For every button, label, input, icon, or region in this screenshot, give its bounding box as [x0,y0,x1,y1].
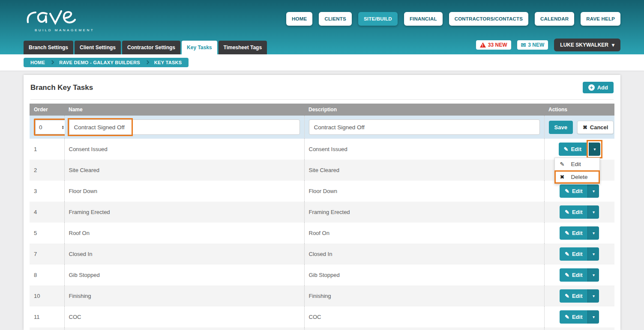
description-cell: Finishing [304,285,544,306]
key-tasks-card: Branch Key Tasks + Add Order Name Descri… [24,75,620,330]
edit-button-group: ✎Edit▾ [560,184,599,198]
actions-cell: ✎Edit▾ [544,265,614,285]
edit-button-group: ✎Edit▾ [559,143,600,156]
settings-tabs: Branch SettingsClient SettingsContractor… [24,41,267,54]
name-cell: Consent Issued [64,139,304,160]
edit-dropdown-toggle[interactable]: ▾ [587,268,599,282]
column-header-order: Order [30,104,64,116]
inline-edit-row: 0 ▲▼ Save [30,116,614,139]
empty-cell [30,327,64,330]
rave-logo-icon [24,6,87,26]
description-input[interactable] [309,119,540,135]
divider [30,99,614,100]
cancel-button[interactable]: ✖Cancel [577,121,614,134]
description-cell: Closed In [304,244,544,265]
menu-item-delete[interactable]: ✖Delete [554,170,600,184]
name-input[interactable] [69,119,300,135]
messages-badge[interactable]: ✉ 3 NEW [517,40,548,50]
tab-timesheet-tags[interactable]: Timesheet Tags [219,41,267,54]
actions-cell: ✎Edit▾ [544,202,614,223]
name-cell: Site Cleared [64,160,304,181]
empty-cell [544,327,614,330]
table-row: 8Gib StoppedGib Stopped✎Edit▾ [30,265,614,285]
edit-dropdown-toggle[interactable]: ▾ [587,247,599,261]
edit-actions-cell: Save ✖Cancel [544,116,614,139]
save-button[interactable]: Save [549,121,573,134]
edit-button[interactable]: ✎Edit [560,247,587,261]
nav-button-rave-help[interactable]: RAVE HELP [581,12,620,26]
card-header: Branch Key Tasks + Add [30,82,614,99]
tab-key-tasks[interactable]: Key Tasks [182,41,217,54]
breadcrumb-item[interactable]: HOME [30,60,45,65]
edit-button[interactable]: ✎Edit [560,184,587,198]
actions-cell: ✎Edit▾ [544,244,614,265]
order-cell: 1 [30,139,64,160]
pencil-icon: ✎ [565,293,569,299]
pencil-icon: ✎ [565,188,569,194]
chevron-right-icon [145,60,149,65]
edit-button[interactable]: ✎Edit [560,226,587,240]
toggle-annotation-highlight: ▾ [587,140,602,158]
edit-dropdown-toggle[interactable]: ▾ [587,226,599,240]
tab-client-settings[interactable]: Client Settings [75,41,121,54]
order-cell: 8 [30,265,64,285]
empty-cell [64,327,304,330]
table-row: 2Site ClearedSite Cleared [30,160,614,181]
tab-contractor-settings[interactable]: Contractor Settings [122,41,180,54]
edit-button-group: ✎Edit▾ [560,226,599,240]
edit-dropdown-toggle[interactable]: ▾ [587,310,599,324]
edit-dropdown-toggle[interactable]: ▾ [587,289,599,303]
nav-button-financial[interactable]: FINANCIAL [404,12,443,26]
table-header-row: Order Name Description Actions [30,104,614,116]
tab-branch-settings[interactable]: Branch Settings [24,41,73,54]
nav-button-site-build[interactable]: SITE/BUILD [358,12,398,26]
edit-button-group: ✎Edit▾ [560,268,599,282]
breadcrumb-item[interactable]: RAVE DEMO - GALAXY BUILDERS [59,60,140,65]
edit-button[interactable]: ✎Edit [560,205,587,219]
edit-button-group: ✎Edit▾ [560,310,599,324]
description-cell: COC [304,306,544,327]
add-button[interactable]: + Add [583,82,614,93]
name-cell: Framing Erected [64,202,304,223]
edit-button[interactable]: ✎Edit [560,289,587,303]
plus-icon: + [588,84,595,91]
table-row: 10FinishingFinishing✎Edit▾ [30,285,614,306]
menu-item-edit[interactable]: ✎Edit [555,158,599,170]
edit-button-group: ✎Edit▾ [560,289,599,303]
nav-button-clients[interactable]: CLIENTS [319,12,352,26]
edit-button-group: ✎Edit▾ [560,247,599,261]
edit-button[interactable]: ✎Edit [560,310,587,324]
description-cell: Consent Issued [304,139,544,160]
messages-badge-label: 3 NEW [528,42,544,48]
x-icon: ✖ [583,124,587,131]
edit-order-cell: 0 ▲▼ [30,116,64,139]
page-content: Branch Key Tasks + Add Order Name Descri… [0,71,644,330]
breadcrumb-item[interactable]: KEY TASKS [154,60,182,65]
nav-button-calendar[interactable]: CALENDAR [535,12,574,26]
edit-dropdown-toggle[interactable]: ▾ [589,143,600,156]
description-cell: Framing Erected [304,202,544,223]
table-row: 4Framing ErectedFraming Erected✎Edit▾ [30,202,614,223]
edit-dropdown-toggle[interactable]: ▾ [587,205,599,219]
name-cell: COC [64,306,304,327]
page-title: Branch Key Tasks [30,83,93,92]
user-menu-label: LUKE SKYWALKER [560,42,608,48]
user-menu-button[interactable]: LUKE SKYWALKER ▾ [554,39,620,51]
rave-logo[interactable]: BUILD MANAGEMENT [24,6,94,32]
edit-dropdown-toggle[interactable]: ▾ [587,184,599,198]
table-row-partial [30,327,614,330]
edit-button[interactable]: ✎Edit [559,143,587,156]
order-cell: 11 [30,306,64,327]
nav-button-contractors-contacts[interactable]: CONTRACTORS/CONTACTS [449,12,528,26]
order-number-input[interactable]: 0 ▲▼ [35,120,67,134]
pencil-icon: ✎ [565,314,569,320]
order-input-value: 0 [39,124,42,131]
description-cell: Floor Down [304,181,544,202]
name-cell: Closed In [64,244,304,265]
alerts-badge-label: 33 NEW [488,42,507,48]
edit-button[interactable]: ✎Edit [560,268,587,282]
alerts-badge[interactable]: 33 NEW [476,40,511,50]
pencil-icon: ✎ [565,272,569,278]
key-tasks-table: Order Name Description Actions 0 ▲▼ [30,104,614,330]
nav-button-home[interactable]: HOME [286,12,312,26]
